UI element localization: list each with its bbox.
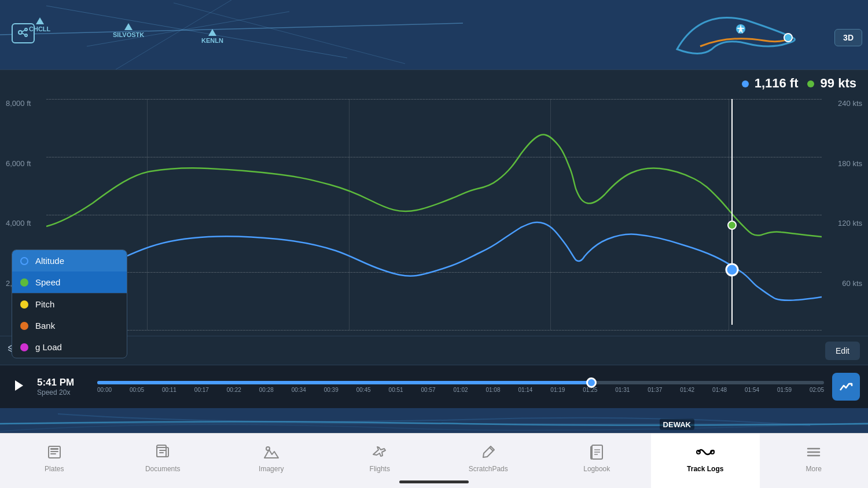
waypoint-chcll: CHCLL [29,17,50,32]
waypoint-kenln: KENLN [201,29,223,44]
plates-label: Plates [45,465,64,473]
timeline-fill [97,381,591,384]
svg-marker-20 [15,380,23,391]
bottom-nav: Plates Documents Imagery Flights Scratch… [0,433,868,488]
home-indicator [399,480,469,483]
legend-altitude[interactable]: Altitude [12,250,127,271]
timeline-container[interactable]: 00:00 00:05 00:11 00:17 00:22 00:28 00:3… [97,381,824,393]
chart-button[interactable] [832,373,860,401]
logbook-label: Logbook [583,465,610,473]
svg-point-17 [728,221,736,229]
nav-scratchpads[interactable]: ScratchPads [434,434,543,488]
svg-rect-13 [737,28,744,29]
gload-legend-label: g Load [35,342,62,352]
flights-label: Flights [370,465,390,473]
timeline-ticks: 00:00 00:05 00:11 00:17 00:22 00:28 00:3… [97,387,824,393]
playback-bar: 5:41 PM Speed 20x 00:00 00:05 00:11 00:1… [0,365,868,408]
legend-pitch[interactable]: Pitch [12,293,127,315]
legend-arrow [64,358,75,358]
scratchpads-label: ScratchPads [469,465,508,473]
dewak-label: DEWAK [660,419,694,430]
legend-popup: Altitude Speed Pitch Bank g Load [12,249,127,358]
plates-icon [46,444,62,463]
svg-rect-28 [159,452,164,453]
aircraft-route [654,3,816,67]
legend-speed[interactable]: Speed [12,271,127,293]
more-label: More [806,465,822,473]
chart-bottom-bar: Altitude Speed Edit [0,336,868,365]
svg-point-36 [711,450,714,454]
svg-line-10 [22,33,25,35]
svg-rect-23 [50,451,58,452]
chart-area: 1,116 ft 99 kts 8,000 ft 6,000 ft 4,000 … [0,69,868,365]
pitch-legend-label: Pitch [35,299,54,309]
nav-imagery[interactable]: Imagery [217,434,326,488]
bank-legend-label: Bank [35,321,55,331]
chart-svg [46,99,822,325]
svg-point-6 [19,31,22,34]
imagery-label: Imagery [259,465,284,473]
speed-legend-dot [20,278,28,287]
tracklogs-label: Track Logs [687,465,723,473]
speed-indicator: 99 kts [807,76,856,91]
svg-rect-27 [159,450,166,451]
nav-more[interactable]: More [760,434,869,488]
imagery-icon [263,444,279,463]
svg-marker-29 [264,450,278,458]
altitude-legend-dot [20,257,28,265]
svg-rect-24 [50,453,56,454]
speed-dot [807,80,814,87]
tracklogs-icon [696,444,715,463]
timeline-track[interactable] [97,381,824,384]
legend-bank[interactable]: Bank [12,315,127,336]
waypoint-silvostk: SILVOSTK [113,23,144,38]
edit-button[interactable]: Edit [825,342,860,360]
nav-logbook[interactable]: Logbook [543,434,652,488]
3d-button[interactable]: 3D [834,29,862,46]
documents-label: Documents [145,465,181,473]
altitude-dot [742,80,749,87]
flights-icon [372,444,388,463]
map-area: CHCLL SILVOSTK KENLN 3D [0,0,868,69]
time-info: 5:41 PM Speed 20x [37,377,89,397]
pitch-legend-dot [20,300,28,309]
svg-point-7 [25,28,27,31]
nav-documents[interactable]: Documents [109,434,218,488]
altitude-indicator: 1,116 ft [742,76,799,91]
play-button[interactable] [8,376,29,397]
svg-point-30 [266,447,270,450]
altitude-legend-label: Altitude [35,256,64,266]
current-time: 5:41 PM [37,377,89,388]
bank-legend-dot [20,322,28,330]
svg-rect-22 [50,448,58,450]
chart-header: 1,116 ft 99 kts [742,76,856,91]
nav-tracklogs[interactable]: Track Logs [651,434,760,488]
speed-label: Speed 20x [37,388,89,397]
legend-arrow-inner [64,358,75,358]
timeline-thumb[interactable] [586,377,597,388]
svg-point-16 [726,264,738,276]
documents-icon [155,444,171,463]
gload-legend-dot [20,343,28,351]
y-axis-right: 240 kts 180 kts 120 kts 60 kts 0 kts [838,99,862,347]
speed-legend-label: Speed [35,277,60,287]
svg-point-8 [25,34,27,36]
svg-point-14 [784,34,792,42]
nav-plates[interactable]: Plates [0,434,109,488]
scratchpads-icon [480,444,496,463]
svg-line-9 [22,30,25,32]
nav-flights[interactable]: Flights [326,434,435,488]
legend-gload[interactable]: g Load [12,336,127,358]
logbook-icon [589,444,605,463]
more-icon [806,444,822,463]
